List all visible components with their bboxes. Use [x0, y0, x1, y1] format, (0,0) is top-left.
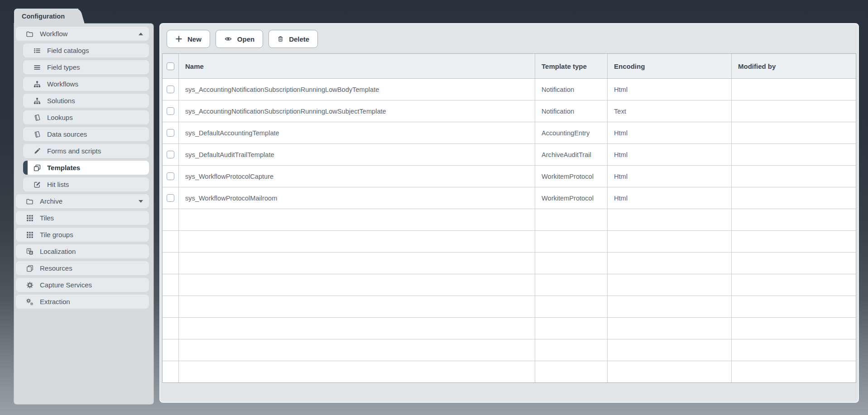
sidebar-item-archive[interactable]: Archive [16, 194, 149, 208]
sidebar-item-label: Templates [47, 164, 80, 172]
cell-modified-by [732, 166, 856, 187]
table-row[interactable]: sys_DefaultAccountingTemplateAccountingE… [163, 122, 856, 144]
row-checkbox[interactable] [167, 86, 174, 93]
row-checkbox[interactable] [167, 194, 174, 202]
book-icon [33, 114, 41, 121]
sidebar-item-label: Forms and scripts [47, 147, 101, 155]
open-button[interactable]: Open [216, 30, 263, 48]
sidebar-item-forms-and-scripts[interactable]: Forms and scripts [23, 144, 149, 158]
sidebar-item-lookups[interactable]: Lookups [23, 110, 149, 124]
cell-encoding [608, 274, 732, 296]
cell-template-type: Notification [535, 79, 608, 100]
row-checkbox-cell [163, 339, 179, 361]
copy-icon [33, 164, 41, 172]
sidebar-item-label: Tiles [40, 214, 54, 222]
button-label: Delete [289, 35, 309, 43]
row-checkbox-cell [163, 122, 179, 143]
cell-template-type: AccountingEntry [535, 122, 608, 143]
templates-table: Name Template type Encoding Modified by … [162, 53, 856, 383]
chevron-down-icon[interactable] [139, 200, 143, 203]
sidebar-item-solutions[interactable]: Solutions [23, 94, 149, 108]
cell-modified-by [732, 361, 856, 382]
table-row[interactable]: sys_AccountingNotificationSubscriptionRu… [163, 100, 856, 122]
table-row-empty [163, 253, 856, 274]
header-checkbox-cell [163, 54, 179, 78]
sidebar-item-tile-groups[interactable]: Tile groups [16, 228, 149, 242]
cell-template-type [535, 231, 608, 252]
cell-name [179, 209, 535, 230]
row-checkbox-cell [163, 187, 179, 209]
sidebar-item-resources[interactable]: Resources [16, 261, 149, 275]
cell-modified-by [732, 209, 856, 230]
cell-modified-by [732, 253, 856, 274]
select-all-checkbox[interactable] [167, 62, 174, 70]
sidebar-item-data-sources[interactable]: Data sources [23, 127, 149, 141]
folder-icon [26, 30, 34, 38]
sidebar-item-label: Hit lists [47, 181, 69, 188]
row-checkbox[interactable] [167, 172, 174, 180]
table-row-empty [163, 209, 856, 231]
sidebar-item-label: Workflows [47, 80, 78, 88]
column-header-template-type[interactable]: Template type [535, 54, 608, 78]
cell-name [179, 253, 535, 274]
row-checkbox-cell [163, 79, 179, 100]
sidebar-item-label: Capture Services [40, 281, 92, 289]
cell-name: sys_DefaultAccountingTemplate [179, 122, 535, 143]
cell-encoding: Text [608, 100, 732, 122]
table-row-empty [163, 231, 856, 253]
sidebar-item-field-types[interactable]: Field types [23, 60, 149, 74]
sidebar-item-label: Tile groups [40, 231, 73, 239]
cell-template-type: WorkitemProtocol [535, 187, 608, 209]
chevron-up-icon[interactable] [139, 33, 143, 35]
row-checkbox-cell [163, 209, 179, 230]
lines-icon [33, 64, 41, 71]
cell-modified-by [732, 144, 856, 165]
column-header-encoding[interactable]: Encoding [608, 54, 732, 78]
sidebar-item-workflow[interactable]: Workflow [16, 27, 149, 41]
column-header-modified-by[interactable]: Modified by [732, 54, 856, 78]
sidebar-item-templates[interactable]: Templates [23, 161, 149, 175]
row-checkbox[interactable] [167, 151, 174, 158]
field-catalog-icon [33, 47, 41, 54]
row-checkbox-cell [163, 318, 179, 339]
sidebar-item-field-catalogs[interactable]: Field catalogs [23, 43, 149, 57]
sidebar-item-tiles[interactable]: Tiles [16, 211, 149, 225]
grid-icon [26, 231, 34, 239]
sidebar-item-localization[interactable]: ALocalization [16, 244, 149, 258]
tab-configuration[interactable]: Configuration [14, 9, 78, 24]
cell-modified-by [732, 187, 856, 209]
table-body: sys_AccountingNotificationSubscriptionRu… [163, 79, 856, 382]
cell-modified-by [732, 100, 856, 122]
cell-modified-by [732, 122, 856, 143]
table-row[interactable]: sys_AccountingNotificationSubscriptionRu… [163, 79, 856, 100]
button-label: Open [237, 35, 254, 43]
eye-icon [224, 35, 232, 43]
sidebar-item-capture-services[interactable]: Capture Services [16, 278, 149, 292]
gear-icon [26, 281, 34, 289]
sidebar-item-hit-lists[interactable]: Hit lists [23, 177, 149, 191]
row-checkbox-cell [163, 253, 179, 274]
cell-encoding [608, 209, 732, 230]
cell-template-type [535, 274, 608, 296]
column-header-name[interactable]: Name [179, 54, 535, 78]
row-checkbox-cell [163, 144, 179, 165]
cell-encoding: Html [608, 79, 732, 100]
cell-name: sys_WorkflowProtocolCapture [179, 166, 535, 187]
row-checkbox-cell [163, 274, 179, 296]
delete-button[interactable]: Delete [269, 30, 318, 48]
table-row[interactable]: sys_DefaultAuditTrailTemplateArchiveAudi… [163, 144, 856, 166]
gears-icon [26, 298, 34, 305]
cell-encoding: Html [608, 122, 732, 143]
table-row[interactable]: sys_WorkflowProtocolMailroomWorkitemProt… [163, 187, 856, 209]
sidebar-item-label: Field types [47, 63, 80, 71]
row-checkbox[interactable] [167, 107, 174, 115]
cell-modified-by [732, 339, 856, 361]
sidebar-item-extraction[interactable]: Extraction [16, 295, 149, 309]
row-checkbox[interactable] [167, 129, 174, 137]
book-icon [33, 131, 41, 138]
row-checkbox-cell [163, 296, 179, 317]
sidebar-item-label: Solutions [47, 97, 75, 105]
new-button[interactable]: New [167, 30, 210, 48]
sidebar-item-workflows[interactable]: Workflows [23, 77, 149, 91]
table-row[interactable]: sys_WorkflowProtocolCaptureWorkitemProto… [163, 166, 856, 187]
